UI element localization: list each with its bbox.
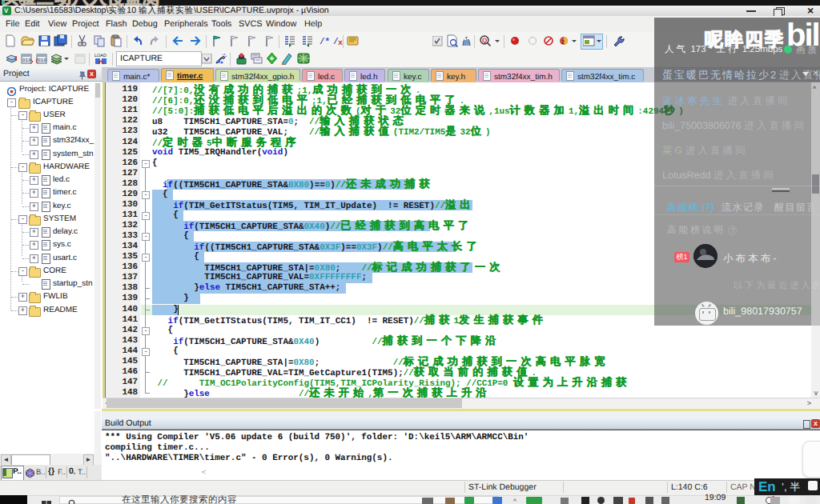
svg-text:2: 2 — [561, 40, 565, 46]
svg-text:/*: /* — [320, 38, 330, 47]
svg-text:010: 010 — [22, 58, 31, 63]
svg-text:LOAD: LOAD — [94, 54, 107, 58]
svg-text:010: 010 — [38, 58, 46, 63]
svg-text:Q: Q — [482, 37, 487, 44]
